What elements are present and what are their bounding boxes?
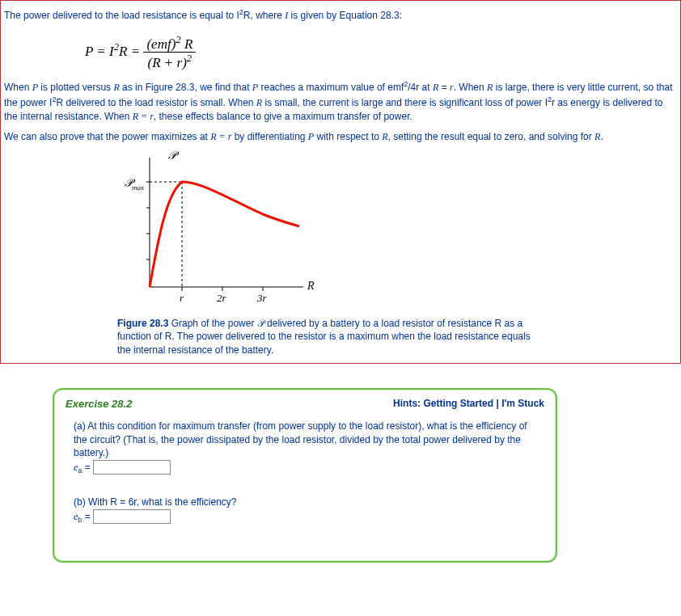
exercise-header: Exercise 28.2 Hints: Getting Started | I… <box>54 390 556 415</box>
hints-block: Hints: Getting Started | I'm Stuck <box>393 398 544 410</box>
question-a-text: (a) At this condition for maximum transf… <box>74 420 539 460</box>
hint-im-stuck-link[interactable]: I'm Stuck <box>501 398 544 409</box>
text: as in Figure 28.3, we find that <box>120 82 252 93</box>
answer-b-input[interactable] <box>93 509 171 524</box>
text: = <box>438 82 450 93</box>
eq-sign: = <box>82 462 93 473</box>
exercise-title: Exercise 28.2 <box>66 398 132 410</box>
num-b: R <box>181 36 193 51</box>
eq-lhs-b: R = <box>119 44 143 59</box>
tick-3r: 3r <box>256 292 268 304</box>
exercise-panel: Exercise 28.2 Hints: Getting Started | I… <box>53 388 557 563</box>
figure-number: Figure 28.3 <box>117 318 168 329</box>
x-axis-label: R <box>307 280 315 292</box>
answer-a-input[interactable] <box>93 460 171 475</box>
num-a: (emf) <box>146 36 176 51</box>
text: with respect to <box>314 131 382 142</box>
question-b-text: (b) With R = 6r, what is the efficiency? <box>74 496 539 509</box>
text: , these effects balance to give a maximu… <box>154 111 412 122</box>
answer-a-row: ea = <box>74 460 539 476</box>
text: . When <box>454 82 487 93</box>
text: We can also prove that the power maximiz… <box>4 131 210 142</box>
figure-28-3: 𝒫 𝒫max R r 2r 3r Figure 28.3 Graph of th… <box>117 150 677 357</box>
text: The power delivered to the load resistan… <box>4 10 239 21</box>
answer-b-row: eb = <box>74 509 539 525</box>
text: is small, the current is large and there… <box>262 97 548 108</box>
power-vs-R-plot: 𝒫 𝒫max R r 2r 3r <box>117 150 328 311</box>
exercise-body: (a) At this condition for maximum transf… <box>54 415 556 561</box>
fraction: (emf)2 R (R + r)2 <box>143 34 196 71</box>
intro-paragraph: The power delivered to the load resistan… <box>4 7 677 23</box>
text: , setting the result equal to zero, and … <box>388 131 594 142</box>
eq-sign: = <box>82 511 93 522</box>
pmax-sub: max <box>132 184 144 192</box>
tick-2r: 2r <box>217 292 227 304</box>
symbol-Req: R = r <box>133 111 154 122</box>
paragraph-2: When P is plotted versus R as in Figure … <box>4 79 677 123</box>
figure-caption: Figure 28.3 Graph of the power 𝒫 deliver… <box>117 317 546 357</box>
y-axis-label: 𝒫 <box>167 150 180 162</box>
figure-text: Graph of the power 𝒫 delivered by a batt… <box>117 318 531 355</box>
text: reaches a maximum value of emf <box>258 82 404 93</box>
text: R delivered to the load resistor is smal… <box>56 97 256 108</box>
eq-lhs-a: P = I <box>85 44 114 59</box>
den-a: (R + r) <box>148 55 187 70</box>
symbol-R: R <box>382 131 387 142</box>
hints-sep: | <box>493 398 501 409</box>
text: When <box>4 82 32 93</box>
text: /4r at <box>408 82 433 93</box>
text: is given by Equation 28.3: <box>288 10 402 21</box>
svg-text:𝒫max: 𝒫max <box>124 177 144 192</box>
question-b: (b) With R = 6r, what is the efficiency?… <box>74 496 539 525</box>
symbol-P: P <box>32 82 38 93</box>
explanation-panel: The power delivered to the load resistan… <box>0 0 681 364</box>
paragraph-3: We can also prove that the power maximiz… <box>4 130 677 144</box>
text: is plotted versus <box>38 82 113 93</box>
symbol-R: R <box>594 131 600 142</box>
sup-2: 2 <box>187 53 192 64</box>
question-a: (a) At this condition for maximum transf… <box>74 420 539 476</box>
hints-label: Hints: <box>393 398 423 409</box>
symbol-Req: R = r <box>210 131 231 142</box>
symbol-R: R <box>113 82 119 93</box>
text: R, where <box>243 10 285 21</box>
power-equation: P = I2R = (emf)2 R (R + r)2 <box>4 29 677 76</box>
hint-getting-started-link[interactable]: Getting Started <box>423 398 493 409</box>
text: by differentiating <box>231 131 308 142</box>
tick-r: r <box>180 292 184 304</box>
